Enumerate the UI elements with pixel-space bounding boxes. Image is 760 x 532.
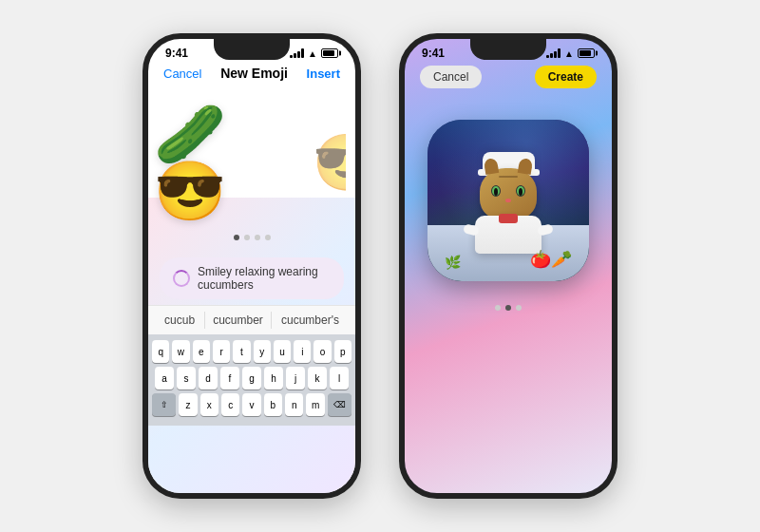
dot-p2-1 — [495, 305, 501, 311]
key-row-3: ⇧ z x c v b n m ⌫ — [152, 393, 352, 416]
dot-p2-2 — [505, 305, 511, 311]
image-container: 🍅🥕 🌿 — [405, 105, 612, 295]
signal-icon-2 — [546, 48, 560, 58]
emoji-2-partial: 😎 — [313, 130, 346, 195]
autocomplete-word-1[interactable]: cucub — [157, 312, 202, 329]
page-dots-phone1 — [148, 227, 355, 252]
key-x[interactable]: x — [200, 393, 218, 416]
search-prompt-area[interactable]: Smiley relaxing wearing cucumbers — [160, 257, 344, 299]
key-p[interactable]: p — [334, 340, 352, 363]
page-dots-phone2 — [405, 295, 612, 320]
phone-1: 9:41 ▲ Cancel New Emoji Insert 🥒😎 😎 Smil… — [142, 33, 361, 499]
status-icons-phone1: ▲ — [290, 48, 338, 59]
emoji-area: 🥒😎 😎 — [148, 88, 355, 227]
key-s[interactable]: s — [177, 367, 196, 390]
key-q[interactable]: q — [152, 340, 169, 363]
key-row-2: a s d f g h j k l — [152, 367, 352, 390]
search-prompt-text: Smiley relaxing wearing cucumbers — [198, 265, 331, 292]
emoji-1[interactable]: 🥒😎 — [154, 104, 296, 220]
status-icons-phone2: ▲ — [546, 48, 595, 59]
key-a[interactable]: a — [155, 367, 174, 390]
phone-2: 9:41 ▲ Cancel Create — [399, 33, 618, 499]
dot-1 — [234, 235, 239, 240]
key-o[interactable]: o — [314, 340, 331, 363]
key-j[interactable]: j — [286, 367, 305, 390]
time-phone1: 9:41 — [165, 47, 188, 60]
key-e[interactable]: e — [193, 340, 210, 363]
wifi-icon-2: ▲ — [564, 48, 574, 59]
create-button[interactable]: Create — [535, 66, 597, 88]
key-f[interactable]: f — [220, 367, 239, 390]
autocomplete-bar: cucub cucumber cucumber's — [148, 305, 355, 334]
battery-icon-2 — [578, 48, 595, 58]
nav-bar-phone1: Cancel New Emoji Insert — [148, 62, 355, 88]
cancel-button-phone1[interactable]: Cancel — [163, 66, 201, 81]
status-bar-phone1: 9:41 ▲ — [148, 39, 355, 62]
spinner-icon — [173, 270, 190, 287]
key-g[interactable]: g — [242, 367, 261, 390]
autocomplete-word-2[interactable]: cucumber — [204, 312, 272, 329]
cat-scene: 🍅🥕 🌿 — [428, 120, 589, 281]
dot-p2-3 — [516, 305, 522, 311]
nav-title-phone1: New Emoji — [220, 66, 288, 81]
key-shift[interactable]: ⇧ — [152, 393, 176, 416]
key-delete[interactable]: ⌫ — [328, 393, 352, 416]
signal-icon — [290, 48, 304, 58]
key-k[interactable]: k — [308, 367, 327, 390]
key-d[interactable]: d — [199, 367, 218, 390]
insert-button[interactable]: Insert — [307, 66, 340, 81]
key-b[interactable]: b — [264, 393, 282, 416]
key-row-1: q w e r t y u i o p — [152, 340, 352, 363]
nav-bar-phone2: Cancel Create — [405, 62, 612, 96]
key-t[interactable]: t — [233, 340, 250, 363]
key-n[interactable]: n — [285, 393, 303, 416]
time-phone2: 9:41 — [422, 47, 445, 60]
key-l[interactable]: l — [330, 367, 349, 390]
app-icon: 🍅🥕 🌿 — [428, 120, 589, 281]
wifi-icon: ▲ — [308, 48, 317, 59]
dot-2 — [244, 235, 250, 240]
battery-icon — [321, 48, 338, 58]
key-h[interactable]: h — [264, 367, 283, 390]
dot-3 — [255, 235, 260, 240]
key-v[interactable]: v — [242, 393, 260, 416]
key-z[interactable]: z — [179, 393, 197, 416]
autocomplete-word-3[interactable]: cucumber's — [274, 312, 347, 329]
key-u[interactable]: u — [274, 340, 291, 363]
key-r[interactable]: r — [213, 340, 230, 363]
key-c[interactable]: c — [221, 393, 239, 416]
cancel-button-phone2[interactable]: Cancel — [420, 66, 482, 88]
key-m[interactable]: m — [306, 393, 324, 416]
key-w[interactable]: w — [172, 340, 189, 363]
keyboard: q w e r t y u i o p a s d f g h j k l ⇧ … — [148, 334, 355, 426]
key-y[interactable]: y — [254, 340, 271, 363]
key-i[interactable]: i — [294, 340, 311, 363]
status-bar-phone2: 9:41 ▲ — [405, 39, 612, 62]
dot-4 — [265, 235, 271, 240]
